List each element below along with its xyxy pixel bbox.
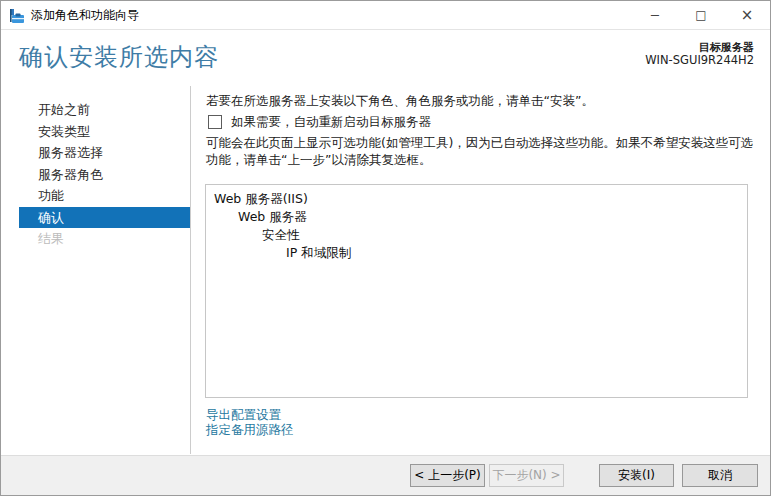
sidebar-item-confirmation[interactable]: 确认	[19, 207, 190, 229]
maximize-button-icon[interactable]: □	[678, 1, 724, 30]
intro-text: 若要在所选服务器上安装以下角色、角色服务或功能，请单击“安装”。	[206, 93, 758, 109]
minimize-button-icon[interactable]: ─	[632, 1, 678, 30]
sidebar-item-server-selection[interactable]: 服务器选择	[19, 142, 190, 164]
sidebar-item-installation-type[interactable]: 安装类型	[19, 121, 190, 143]
page-title: 确认安装所选内容	[19, 41, 219, 73]
sidebar-item-results: 结果	[19, 228, 190, 250]
wizard-footer: < 上一步(P) 下一步(N) > 安装(I) 取消	[1, 455, 770, 495]
alternate-source-path-link[interactable]: 指定备用源路径	[206, 423, 294, 438]
confirmation-page-content: 若要在所选服务器上安装以下角色、角色服务或功能，请单击“安装”。 如果需要，自动…	[206, 86, 758, 454]
auto-restart-row: 如果需要，自动重新启动目标服务器	[208, 113, 431, 131]
sidebar-item-server-roles[interactable]: 服务器角色	[19, 164, 190, 186]
tree-item-ip-domain-restrictions: IP 和域限制	[214, 244, 739, 262]
cancel-button[interactable]: 取消	[682, 464, 758, 487]
tree-item-web-server-iis: Web 服务器(IIS)	[214, 190, 739, 208]
tree-item-web-server: Web 服务器	[214, 208, 739, 226]
tree-item-security: 安全性	[214, 226, 739, 244]
previous-button[interactable]: < 上一步(P)	[410, 464, 485, 487]
wizard-window: 添加角色和功能向导 ─ □ × 确认安装所选内容 目标服务器 WIN-SGUI9…	[0, 0, 771, 496]
server-manager-icon	[9, 8, 25, 24]
export-configuration-link[interactable]: 导出配置设置	[206, 408, 294, 423]
target-server-info: 目标服务器 WIN-SGUI9R244H2	[645, 41, 754, 67]
auto-restart-checkbox[interactable]	[208, 115, 222, 129]
auto-restart-label: 如果需要，自动重新启动目标服务器	[231, 114, 431, 131]
optional-features-note: 可能会在此页面上显示可选功能(如管理工具)，因为已自动选择这些功能。如果不希望安…	[206, 135, 759, 168]
target-server-name: WIN-SGUI9R244H2	[645, 54, 754, 67]
wizard-steps-sidebar: 开始之前 安装类型 服务器选择 服务器角色 功能 确认 结果	[1, 86, 191, 454]
next-button: 下一步(N) >	[489, 464, 564, 487]
window-title: 添加角色和功能向导	[31, 1, 139, 30]
page-header: 确认安装所选内容 目标服务器 WIN-SGUI9R244H2	[1, 31, 770, 86]
titlebar: 添加角色和功能向导 ─ □ ×	[1, 1, 770, 30]
install-button[interactable]: 安装(I)	[599, 464, 674, 487]
selected-items-listbox: Web 服务器(IIS) Web 服务器 安全性 IP 和域限制	[205, 184, 748, 398]
footer-links: 导出配置设置 指定备用源路径	[206, 408, 294, 437]
sidebar-item-before-you-begin[interactable]: 开始之前	[19, 99, 190, 121]
close-button-icon[interactable]: ×	[724, 1, 770, 30]
sidebar-item-features[interactable]: 功能	[19, 185, 190, 207]
